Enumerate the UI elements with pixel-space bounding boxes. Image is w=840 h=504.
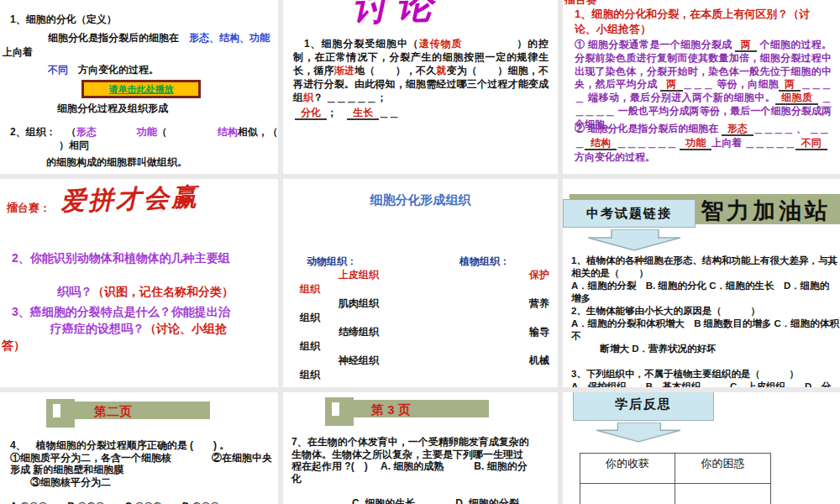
tissue-list: 上皮组织保护组织肌肉组织营养组织结缔组织输导组织神经组织机械组织: [283, 268, 558, 382]
text-segment: 方向变化的过程。: [68, 64, 159, 76]
down-arrow-icon: [596, 423, 680, 443]
text-line: A.①②③ B.②①③ C.③②① D.①③②: [10, 501, 270, 504]
text-segment: 织: [303, 92, 313, 103]
question-4: 4、 植物细胞的分裂过程顺序正确的是 ( ) 。①细胞质平分为二，各含一个细胞核…: [10, 439, 270, 504]
text-line: ①细胞质平分为二，各含一个细胞核 ②在细胞中央: [10, 452, 270, 465]
page-banner-bar: [60, 402, 210, 419]
slide2-question-paragraph: 1、细胞分裂受细胞中（遗传物质 ）的控制，在正常情况下，分裂产生的细胞按照一定的…: [293, 37, 549, 104]
slide2-answers-line: 分化； 生长＿＿: [295, 106, 399, 120]
text-segment: 1、细胞分裂受细胞中（: [293, 38, 419, 50]
slide1-heading: 1、细胞的分化（定义）: [10, 13, 117, 27]
text-line: A．细胞的分裂和体积增大 B 细胞数目的增多 C．细胞的体积: [571, 318, 833, 330]
plant-tissue-item: 机械: [529, 354, 549, 368]
text-segment: 细胞分化是指分裂后的细胞在: [48, 32, 189, 44]
text-segment: ？ ＿＿＿＿＿；: [313, 92, 386, 103]
exam-link-callout[interactable]: 中考试题链接: [563, 199, 696, 228]
text-line: 7、在生物的个体发育中，一个受精卵能发育成复杂的: [291, 436, 552, 449]
text-segment: 就: [436, 65, 446, 76]
table-header-gains: 你的收获: [580, 454, 675, 484]
play-video-button[interactable]: 请单击此处播放: [81, 80, 201, 98]
text-segment: 形态: [722, 123, 753, 136]
plant-tissue-item: 营养: [529, 297, 549, 311]
slide4-question3-wrap: 疗癌症的设想吗？（讨论、小组抢: [50, 322, 227, 337]
slide3-heading: 1、细胞的分化和分裂，在本质上有何区别？（讨论、小组抢答）: [575, 7, 830, 37]
text-segment: 上向着 ＿＿＿＿＿: [711, 137, 795, 149]
slide4-question3-end: 答）: [2, 339, 25, 354]
text-segment: 两: [660, 78, 682, 92]
text-line: C. 细胞的生长 D. 细胞的分裂: [291, 497, 552, 504]
slide1-definition-line: 细胞分化是指分裂后的细胞在 形态、结构、功能: [48, 32, 270, 45]
slide-sorter-grid: 1、细胞的分化（定义） 细胞分化是指分裂后的细胞在 形态、结构、功能 上向着 不…: [0, 0, 840, 504]
text-line: [10, 488, 270, 501]
text-segment: 功能: [137, 126, 157, 138]
motto-wordart: 爱拼才会赢: [60, 180, 199, 219]
text-line: 3、下列组织中，不属于植物主要组织的是（ ）: [571, 368, 833, 381]
text-line: 程在起作用 ?( ) A. 细胞的成熟 B. 细胞的分: [291, 460, 552, 473]
text-line: [571, 355, 833, 368]
quiz-station-title: 智力加油站: [701, 196, 831, 226]
text-line: A．细胞的分裂 B. 细胞的分化 C．细胞的生长 D．细胞的: [571, 280, 833, 292]
slide-9-reflection[interactable]: 学后反思 你的收获 你的困惑: [563, 392, 840, 504]
text-line: 1、植物体的各种细胞在形态、结构和功能上有很大差异，与其: [571, 255, 833, 267]
text-segment: ；: [327, 107, 347, 118]
text-line: 增多: [571, 292, 833, 305]
text-segment: （: [157, 126, 218, 138]
slide-6-quiz[interactable]: 智力加油站 中考试题链接 1、植物体的各种细胞在形态、结构和功能上有很大差异，与…: [563, 179, 840, 387]
tissue-row: 神经组织机械: [283, 354, 558, 368]
tissue-row: 肌肉组织营养: [283, 297, 558, 311]
text-segment: ② 细胞分化是指分裂后的细胞在: [575, 123, 722, 134]
slide1-video-caption: 细胞分化过程及组织形成: [57, 102, 168, 116]
page-label: 第 3 页: [371, 402, 411, 418]
slide-8-page3[interactable]: 第 3 页 7、在生物的个体发育中，一个受精卵能发育成复杂的生物体。生物体之所以…: [283, 392, 558, 504]
text-segment: 2、组织： （: [10, 126, 76, 138]
text-segment: 不同: [48, 64, 68, 76]
slide-4-challenge-q23[interactable]: 擂台赛： 爱拼才会赢 2、你能识别动物体和植物体的几种主要组 织吗？（识图，记住…: [0, 179, 278, 387]
tissue-wrap-line: 组织: [283, 339, 558, 354]
text-segment: ＿＿＿ 等份，向细胞: [683, 78, 780, 90]
arena-label: 擂台赛：: [7, 201, 50, 216]
text-segment: （识图，记住名称和分类）: [92, 285, 234, 298]
text-segment: 分化: [295, 107, 327, 120]
text-segment: 形态: [76, 126, 97, 138]
down-arrow-icon: [588, 229, 680, 251]
slide-3-challenge-q1[interactable]: 擂台赛 1、细胞的分化和分裂，在本质上有何区别？（讨论、小组抢答） ① 细胞分裂…: [563, 0, 840, 174]
slide3-paragraph-2: ② 细胞分化是指分裂后的细胞在 形态＿＿＿＿ 、 ＿＿＿结构＿＿＿＿＿＿ 功能上…: [575, 122, 832, 165]
slide-1-definition[interactable]: 1、细胞的分化（定义） 细胞分化是指分裂后的细胞在 形态、结构、功能 上向着 不…: [0, 0, 278, 174]
text-segment: 功能: [680, 137, 711, 150]
slide-5-tissues[interactable]: 细胞分化形成组织 动物组织： 植物组织： 上皮组织保护组织肌肉组织营养组织结缔组…: [283, 179, 558, 387]
table-cell-empty[interactable]: [580, 484, 675, 504]
text-segment: 方向变化的过程。: [575, 151, 655, 163]
page-banner-bar: [339, 400, 489, 417]
text-segment: ① 细胞分裂通常是一个细胞分裂成: [575, 39, 735, 50]
page-label: 第二页: [94, 404, 132, 420]
text-segment: [97, 126, 137, 138]
text-line: 不: [571, 330, 833, 343]
text-line: [291, 485, 552, 497]
text-segment: 相似，（: [238, 126, 278, 138]
slide4-question3: 3、癌细胞的分裂特点是什么？你能提出治: [12, 305, 230, 320]
slide-2-discussion[interactable]: 讨论 1、细胞分裂受细胞中（遗传物质 ）的控制，在正常情况下，分裂产生的细胞按照…: [283, 0, 558, 174]
tissue-wrap-line: 组织: [283, 368, 558, 382]
slide-7-page2[interactable]: 第二页 4、 植物细胞的分裂过程顺序正确的是 ( ) 。①细胞质平分为二，各含一…: [0, 392, 278, 504]
slide4-question2-wrap: 织吗？（识图，记住名称和分类）: [57, 285, 234, 300]
text-line: 相关的是（ ）: [571, 267, 833, 280]
animal-tissue-item: 上皮组织: [339, 268, 379, 282]
discussion-wordart-title: 讨论: [351, 0, 440, 33]
text-line: 4、 植物细胞的分裂过程顺序正确的是 ( ) 。: [10, 439, 270, 452]
slide5-title: 细胞分化形成组织: [283, 192, 558, 208]
slide4-question2: 2、你能识别动物体和植物体的几种主要组: [12, 251, 230, 266]
text-segment: 渐进: [334, 65, 354, 76]
text-line: 形成 新的细胞壁和细胞膜: [10, 464, 270, 476]
text-line: 化: [291, 473, 552, 486]
slide1-answer-line: 不同 方向变化的过程。: [48, 64, 159, 77]
text-line: 2、生物体能够由小长大的原因是（ ）: [571, 305, 833, 318]
text-segment: 结构: [218, 126, 238, 138]
text-segment: 织吗？: [57, 285, 92, 298]
text-segment: ＿＿: [379, 107, 399, 118]
animal-tissue-item: 结缔组织: [339, 325, 379, 339]
table-cell-empty[interactable]: [675, 484, 770, 504]
text-segment: 形态、结构、功能: [189, 32, 270, 44]
text-segment: 不同: [795, 137, 827, 150]
slide1-tissue-line: 2、组织： （形态 功能（ 结构相似，（: [10, 126, 278, 139]
plant-tissue-header: 植物组织：: [459, 255, 510, 269]
